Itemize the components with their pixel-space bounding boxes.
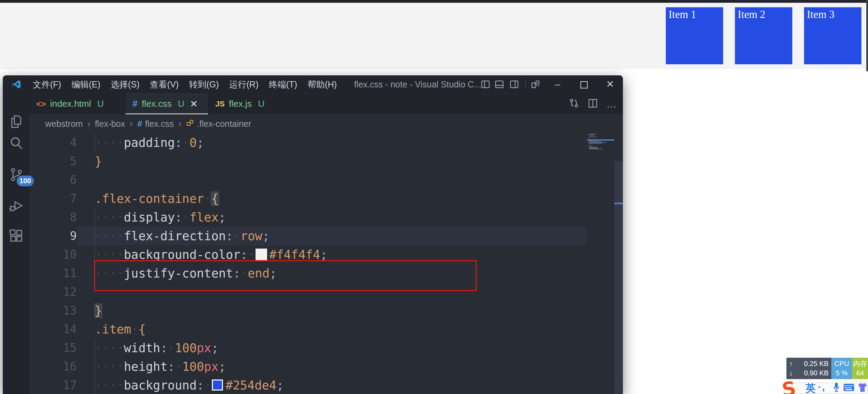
code-line-5[interactable]: 5} (29, 152, 587, 171)
extensions-icon[interactable] (9, 228, 24, 244)
split-editor-icon[interactable] (588, 98, 598, 110)
menu-edit[interactable]: 编辑(E) (66, 79, 105, 90)
token: 100 (175, 341, 197, 355)
toggle-panel-icon[interactable] (495, 80, 504, 89)
css-file-icon: # (132, 98, 138, 109)
line-text: .item·{ (95, 320, 146, 339)
menu-run[interactable]: 运行(R) (224, 79, 264, 90)
tab-index-html[interactable]: <> index.html U (29, 93, 125, 114)
code-line-6[interactable]: 6 (29, 171, 587, 189)
menu-terminal[interactable]: 终端(T) (264, 79, 302, 90)
menu-go[interactable]: 转到(G) (184, 79, 224, 90)
line-number: 17 (29, 376, 77, 394)
token: ; (262, 229, 270, 243)
menu-file[interactable]: 文件(F) (28, 79, 66, 90)
flex-item-1: Item 1 (666, 7, 723, 64)
open-changes-icon[interactable] (569, 98, 579, 110)
run-debug-icon[interactable] (9, 198, 24, 213)
token: · (175, 360, 182, 374)
ime-skin-icon[interactable] (856, 382, 868, 394)
code-line-7[interactable]: 7.flex-container·{ (29, 189, 587, 208)
activity-bar: 100 (3, 93, 29, 394)
code-line-16[interactable]: 16····height:·100px; (29, 357, 587, 376)
scrollbar[interactable] (614, 133, 623, 394)
sogou-logo-icon[interactable]: S (781, 377, 797, 394)
token: height (124, 360, 167, 374)
line-text: ····height:·100px; (95, 357, 226, 376)
line-number: 14 (29, 320, 77, 339)
editor-group: <> index.html U # flex.css U ✕ JS flex.j… (29, 93, 623, 394)
line-text: } (95, 152, 102, 171)
breadcrumb-folder[interactable]: webstrom (45, 119, 83, 129)
tab-flex-css[interactable]: # flex.css U ✕ (125, 93, 208, 114)
code-line-9[interactable]: 9····flex-direction:·row; (29, 227, 587, 245)
code-line-8[interactable]: 8····display:·flex; (29, 208, 587, 227)
line-number: 13 (29, 301, 77, 320)
token: · (182, 210, 189, 224)
scrollbar-thumb[interactable] (614, 161, 623, 394)
breadcrumb-separator: › (87, 119, 90, 129)
flex-item-3: Item 3 (804, 7, 861, 64)
ime-language-toggle[interactable]: 英 (805, 382, 815, 394)
browser-edge-line (866, 0, 868, 71)
code-line-15[interactable]: 15····width:·100px; (29, 339, 587, 357)
minimap-line (589, 148, 598, 149)
title-bar: 文件(F) 编辑(E) 选择(S) 查看(V) 转到(G) 运行(R) 终端(T… (3, 75, 623, 93)
menu-bar: 文件(F) 编辑(E) 选择(S) 查看(V) 转到(G) 运行(R) 终端(T… (28, 75, 342, 93)
token: display (124, 210, 175, 224)
close-button[interactable]: ✕ (601, 75, 619, 93)
line-number: 5 (29, 152, 77, 171)
screen-top-edge (0, 0, 868, 3)
code-editor[interactable]: 4····padding:·0;5}67.flex-container·{8··… (29, 133, 623, 394)
code-line-4[interactable]: 4····padding:·0; (29, 133, 587, 152)
token: background (124, 378, 197, 392)
cpu-panel: CPU 5 % (831, 358, 852, 379)
minimap-line (589, 137, 597, 137)
breadcrumb-file[interactable]: flex.css (145, 119, 174, 129)
search-icon[interactable] (9, 135, 24, 150)
minimap-line (589, 134, 596, 134)
token: ···· (95, 341, 124, 355)
line-number: 10 (29, 245, 77, 264)
maximize-button[interactable] (575, 75, 592, 93)
breadcrumb-symbol[interactable]: .flex-container (197, 119, 251, 129)
code-line-14[interactable]: 14.item·{ (29, 320, 587, 339)
vscode-logo-icon (11, 79, 21, 91)
menu-view[interactable]: 查看(V) (145, 79, 184, 90)
code-line-17[interactable]: 17····background:·#254de4; (29, 376, 587, 394)
more-actions-icon[interactable]: … (606, 98, 617, 110)
explorer-icon[interactable] (9, 114, 24, 129)
tab-flex-js[interactable]: JS flex.js U (208, 93, 291, 114)
toggle-sidebar-icon[interactable] (481, 80, 490, 89)
toggle-secondary-sidebar-icon[interactable] (510, 80, 519, 89)
menu-help[interactable]: 帮助(H) (302, 79, 342, 90)
token: #254de4 (225, 378, 277, 392)
titlebar-separator (525, 80, 526, 88)
ime-punctuation-toggle[interactable]: ·, (818, 382, 826, 393)
ime-keyboard-icon[interactable] (843, 383, 854, 393)
minimize-button[interactable]: – (549, 75, 566, 93)
token: : (168, 360, 175, 374)
line-number: 8 (29, 208, 77, 227)
token: .flex-container (95, 192, 204, 206)
html-file-icon: <> (36, 99, 46, 109)
breadcrumb-folder[interactable]: flex-box (95, 119, 125, 129)
overview-ruler-cursor-marker (614, 203, 623, 204)
tab-close-icon[interactable]: ✕ (190, 98, 198, 110)
token: } (95, 154, 102, 168)
breadcrumb-separator: › (130, 119, 133, 129)
window-title: flex.css - note - Visual Studio C... (342, 75, 494, 93)
minimap-line (589, 141, 601, 142)
line-text: ····padding:·0; (95, 133, 204, 152)
menu-selection[interactable]: 选择(S) (105, 79, 144, 90)
token: ···· (95, 136, 124, 150)
minimap-current-line-marker (587, 139, 614, 141)
tab-label: flex.js (229, 98, 252, 109)
color-swatch-white (256, 249, 267, 260)
upload-speed: 0.25 KB (804, 359, 829, 368)
customize-layout-icon[interactable] (531, 80, 540, 89)
minimap[interactable] (587, 133, 614, 394)
ime-microphone-icon[interactable] (832, 382, 841, 394)
token: : (175, 136, 182, 150)
code-line-13[interactable]: 13} (29, 301, 587, 320)
